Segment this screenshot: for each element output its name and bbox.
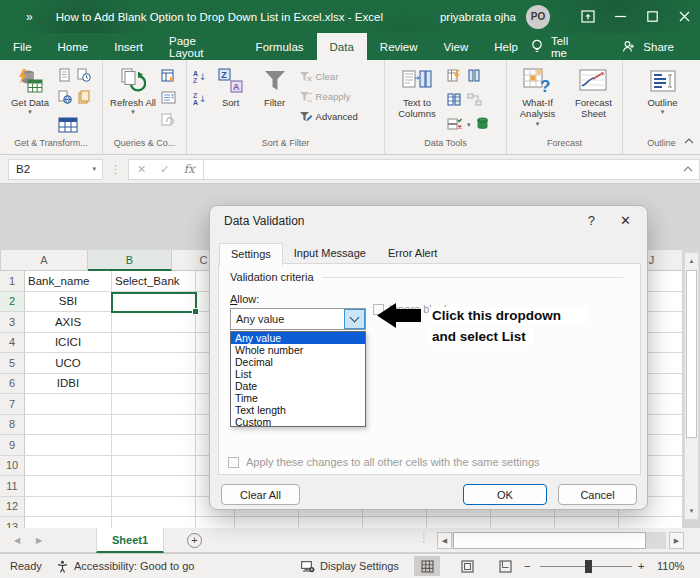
enter-entry-icon[interactable]: ✓ — [160, 163, 169, 176]
column-header[interactable]: A — [1, 250, 88, 271]
active-cell-selection[interactable] — [111, 292, 197, 313]
row-header[interactable]: 7 — [0, 394, 25, 414]
cell-column-a[interactable] — [25, 394, 112, 414]
expand-formula-bar-icon[interactable] — [683, 166, 693, 172]
cell-column-a[interactable] — [25, 435, 112, 455]
cell-column-b[interactable] — [112, 312, 196, 332]
row-header[interactable]: 8 — [0, 415, 25, 435]
cell-column-a[interactable] — [25, 415, 112, 435]
close-button[interactable] — [668, 0, 700, 33]
workbook-connections-icon[interactable] — [161, 90, 176, 108]
ribbon-tab[interactable]: Insert — [101, 33, 156, 60]
cell-column-a[interactable]: ICICI — [25, 333, 112, 353]
sort-descending-icon[interactable]: ZA ↓ — [193, 92, 207, 106]
consolidate-icon[interactable] — [467, 68, 482, 86]
data-validation-icon[interactable] — [447, 116, 462, 134]
ok-button[interactable]: OK — [463, 484, 547, 505]
allow-option[interactable]: Custom — [231, 416, 365, 428]
cell-column-b[interactable] — [112, 394, 196, 414]
reapply-button[interactable]: Reapply — [299, 89, 358, 104]
account-name[interactable]: priyabrata ojha — [440, 11, 516, 23]
cell-column-a[interactable]: AXIS — [25, 312, 112, 332]
cell-column-a[interactable]: SBI — [25, 292, 112, 312]
get-data-button[interactable]: Get Data ▾ — [6, 65, 54, 117]
dropdown-button[interactable] — [344, 309, 365, 329]
ribbon-tab[interactable]: Page Layout — [156, 33, 243, 60]
refresh-all-button[interactable]: Refresh All ▾ — [109, 65, 157, 117]
collapse-ribbon-icon[interactable] — [684, 130, 694, 148]
existing-connections-icon[interactable] — [77, 90, 91, 108]
flash-fill-icon[interactable] — [447, 68, 462, 86]
cell-column-b[interactable] — [112, 456, 196, 476]
sheet-tab-sheet1[interactable]: Sheet1 — [96, 528, 164, 553]
ribbon-tab[interactable]: Help — [481, 33, 531, 60]
name-box[interactable]: B2 ▾ — [8, 159, 103, 180]
share-label[interactable]: Share — [643, 41, 674, 53]
cell-column-b[interactable] — [112, 353, 196, 373]
cell-column-b[interactable] — [112, 435, 196, 455]
ribbon-tab[interactable]: Review — [367, 33, 431, 60]
row-header[interactable]: 1 — [0, 271, 25, 291]
scroll-up-icon[interactable]: ▲ — [685, 253, 698, 269]
allow-option[interactable]: Time — [231, 392, 365, 404]
forecast-sheet-button[interactable]: Forecast Sheet — [569, 65, 618, 120]
dialog-title-bar[interactable]: Data Validation — [210, 206, 647, 236]
cell-column-b[interactable] — [112, 517, 196, 528]
sort-ascending-icon[interactable]: AZ ↓ — [193, 70, 207, 84]
manage-data-model-icon[interactable] — [476, 116, 489, 134]
cell-column-a[interactable] — [25, 456, 112, 476]
new-sheet-button[interactable]: + — [187, 533, 202, 548]
row-header[interactable]: 4 — [0, 333, 25, 353]
chevron-down-icon[interactable]: ▾ — [467, 121, 471, 129]
query-properties-icon[interactable] — [161, 68, 176, 86]
cell-column-a[interactable] — [25, 476, 112, 496]
display-settings-button[interactable]: Display Settings — [300, 554, 399, 578]
cell-column-b[interactable] — [112, 497, 196, 517]
tell-me-label[interactable]: Tell me — [551, 35, 586, 59]
maximize-button[interactable] — [636, 0, 668, 33]
remove-duplicates-icon[interactable] — [447, 92, 462, 110]
what-if-analysis-button[interactable]: ? What-If Analysis ▾ — [510, 65, 565, 128]
cell-column-a[interactable]: IDBI — [25, 374, 112, 394]
tabs-splitter-grip-icon[interactable]: ⋮ — [419, 532, 429, 543]
minimize-button[interactable] — [604, 0, 636, 33]
insert-function-icon[interactable]: fx — [183, 162, 194, 176]
row-header[interactable]: 2 — [0, 292, 25, 312]
scroll-down-icon[interactable]: ▼ — [685, 503, 698, 519]
horizontal-scrollbar[interactable] — [452, 532, 666, 549]
formula-input[interactable] — [204, 159, 700, 180]
row-header[interactable]: 5 — [0, 353, 25, 373]
dialog-tab[interactable]: Settings — [219, 243, 283, 266]
from-table-range-icon[interactable] — [58, 117, 91, 137]
hscroll-right-icon[interactable]: ▶ — [669, 532, 684, 549]
outline-button[interactable]: Outline ▾ — [639, 65, 687, 117]
select-all-corner[interactable] — [0, 250, 1, 271]
allow-option[interactable]: Text length — [231, 404, 365, 416]
zoom-level[interactable]: 110% — [657, 554, 684, 578]
dialog-close-icon[interactable]: ✕ — [620, 213, 631, 228]
page-layout-view-button[interactable] — [454, 556, 480, 576]
from-text-csv-icon[interactable] — [58, 68, 72, 86]
page-break-preview-button[interactable] — [492, 556, 518, 576]
cell-column-a[interactable]: UCO — [25, 353, 112, 373]
ribbon-tab[interactable]: File — [0, 33, 45, 60]
apply-changes-checkbox[interactable] — [228, 457, 239, 468]
cell-column-b[interactable] — [112, 374, 196, 394]
vertical-scrollbar[interactable]: ▲ ▼ — [684, 252, 699, 520]
quick-access-toolbar-more-icon[interactable]: » — [26, 10, 32, 24]
ribbon-display-options-icon[interactable] — [572, 0, 604, 33]
from-web-icon[interactable] — [58, 90, 72, 108]
allow-option[interactable]: Any value — [231, 332, 365, 344]
row-header[interactable]: 9 — [0, 435, 25, 455]
sort-button[interactable]: ZA Sort — [211, 65, 251, 108]
vertical-scrollbar-thumb[interactable] — [686, 270, 697, 438]
allow-option[interactable]: List — [231, 368, 365, 380]
cancel-button[interactable]: Cancel — [558, 484, 637, 505]
previous-sheet-icon[interactable]: ◀ — [14, 528, 20, 553]
zoom-slider-thumb[interactable] — [585, 560, 592, 573]
cell-column-a[interactable]: Bank_name — [25, 271, 112, 291]
allow-option[interactable]: Whole number — [231, 344, 365, 356]
zoom-out-button[interactable]: − — [524, 554, 530, 578]
clear-filter-button[interactable]: Clear — [299, 69, 358, 84]
cell-column-b[interactable]: Select_Bank — [112, 271, 196, 291]
